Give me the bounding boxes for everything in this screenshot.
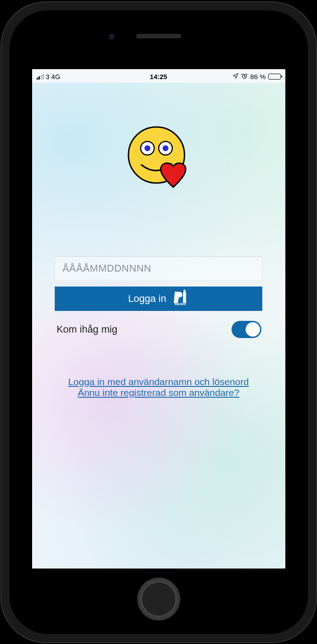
login-button-label: Logga in [128, 293, 166, 305]
remember-me-row: Kom ihåg mig [55, 321, 262, 338]
home-button[interactable] [137, 578, 180, 620]
status-time: 14:25 [150, 73, 167, 80]
status-right: 86 % [232, 73, 280, 81]
phone-frame: 3 4G 14:25 86 % [0, 1, 317, 643]
svg-point-5 [162, 145, 168, 151]
alt-login-link[interactable]: Logga in med användarnamn och lösenord [68, 376, 249, 387]
svg-point-3 [144, 145, 150, 151]
svg-point-7 [183, 289, 185, 291]
battery-icon [268, 74, 281, 80]
personal-number-input[interactable] [55, 257, 262, 281]
alarm-icon [241, 73, 248, 81]
svg-text:BankID: BankID [175, 302, 186, 306]
smiley-heart-icon [123, 123, 195, 202]
status-left: 3 4G [37, 73, 61, 80]
login-screen: Logga in BankID Kom ihåg mig [32, 83, 285, 569]
remember-me-label: Kom ihåg mig [57, 324, 118, 335]
screen: 3 4G 14:25 86 % [32, 69, 285, 569]
status-bar: 3 4G 14:25 86 % [32, 69, 285, 83]
toggle-knob [246, 322, 260, 337]
carrier-label: 3 [46, 73, 49, 80]
app-logo [123, 123, 195, 204]
phone-speaker [136, 34, 181, 38]
login-button[interactable]: Logga in BankID [55, 287, 262, 311]
battery-percent-label: 86 % [250, 73, 265, 80]
bankid-icon: BankID [172, 289, 189, 309]
location-arrow-icon [232, 73, 239, 80]
remember-me-toggle[interactable] [232, 321, 261, 338]
svg-rect-6 [183, 291, 186, 303]
network-label: 4G [51, 73, 60, 80]
phone-inner: 3 4G 14:25 86 % [9, 10, 308, 634]
signal-icon [37, 74, 44, 80]
register-link[interactable]: Ännu inte registrerad som användare? [78, 387, 239, 398]
login-form: Logga in BankID Kom ihåg mig [55, 256, 262, 338]
secondary-links: Logga in med användarnamn och lösenord Ä… [42, 376, 275, 398]
phone-camera [109, 34, 114, 39]
